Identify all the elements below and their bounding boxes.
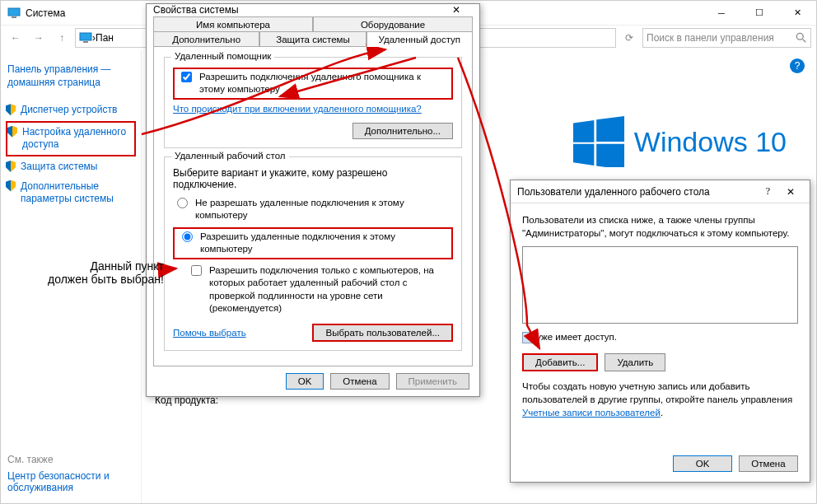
nav-forward[interactable]: → <box>29 28 49 48</box>
dialog-buttons: OK Отмена Применить <box>147 366 479 396</box>
tab-remote[interactable]: Удаленный доступ <box>366 31 473 47</box>
sidebar-remote-settings[interactable]: Настройка удаленного доступа <box>6 121 136 156</box>
system-properties-dialog: Свойства системы ✕ Имя компьютера Оборуд… <box>146 3 480 397</box>
delete-user-button[interactable]: Удалить <box>605 353 665 371</box>
users-list[interactable] <box>522 246 798 324</box>
sidebar-advanced-settings[interactable]: Дополнительные параметры системы <box>6 177 136 209</box>
remote-assist-help-link[interactable]: Что происходит при включении удаленного … <box>173 104 422 114</box>
monitor-icon <box>79 31 92 44</box>
allow-remote-assist-checkbox[interactable] <box>181 72 192 82</box>
search-box[interactable]: Поиск в панели управления <box>642 28 811 48</box>
ok-button[interactable]: OK <box>286 373 324 390</box>
users-help-button[interactable]: ? <box>758 185 778 198</box>
svg-rect-1 <box>12 16 16 18</box>
tab-advanced[interactable]: Дополнительно <box>153 31 259 47</box>
remote-assistance-legend: Удаленный помощник <box>171 51 274 61</box>
maximize-button[interactable]: ☐ <box>740 1 778 26</box>
refresh-button[interactable]: ⟳ <box>619 28 639 48</box>
search-icon <box>796 32 807 44</box>
breadcrumb-text: Пан <box>96 32 114 44</box>
users-cancel-button[interactable]: Отмена <box>739 455 798 472</box>
users-title: Пользователи удаленного рабочего стола <box>517 186 710 198</box>
help-icon[interactable]: ? <box>790 58 805 73</box>
sidebar-system-protection[interactable]: Защита системы <box>6 157 136 177</box>
allow-remote-assist-label: Разрешить подключения удаленного помощни… <box>199 71 448 96</box>
tabs: Имя компьютера Оборудование Дополнительн… <box>147 16 479 46</box>
users-desc: Пользователи из списка ниже, а также чле… <box>522 213 798 240</box>
radio-disallow[interactable] <box>177 198 188 208</box>
dialog-titlebar: Свойства системы ✕ <box>147 4 479 16</box>
tab-hardware[interactable]: Оборудование <box>313 16 473 32</box>
close-button[interactable]: ✕ <box>778 1 816 26</box>
see-also: См. также Центр безопасности и обслужива… <box>7 454 139 493</box>
minimize-button[interactable]: ─ <box>703 1 740 26</box>
dialog-title: Свойства системы <box>153 4 239 16</box>
remote-desktop-legend: Удаленный рабочий стол <box>171 151 289 161</box>
monitor-icon <box>7 7 21 20</box>
has-access-label: уже имеет доступ. <box>536 332 617 342</box>
help-choose-link[interactable]: Помочь выбрать <box>173 328 246 338</box>
users-note: Чтобы создать новую учетную запись или д… <box>522 380 798 419</box>
tab-body: Удаленный помощник Разрешить подключения… <box>153 46 473 366</box>
control-panel-home-link[interactable]: Панель управления — домашняя страница <box>6 60 136 92</box>
cancel-button[interactable]: Отмена <box>330 373 389 390</box>
callout-text: Данный пункт должен быть выбран! <box>48 259 164 286</box>
windows-logo: Windows 10 <box>573 116 787 167</box>
radio-disallow-label: Не разрешать удаленные подключения к это… <box>195 197 453 222</box>
security-center-link[interactable]: Центр безопасности и обслуживания <box>7 470 110 493</box>
remote-assistance-group: Удаленный помощник Разрешить подключения… <box>164 57 462 148</box>
svg-rect-2 <box>80 33 91 40</box>
sidebar-device-manager[interactable]: Диспетчер устройств <box>6 100 136 120</box>
remote-desktop-instruction: Выберите вариант и укажите, кому разреше… <box>173 167 453 190</box>
nla-checkbox[interactable] <box>191 265 202 276</box>
tab-computer-name[interactable]: Имя компьютера <box>153 16 313 32</box>
svg-line-5 <box>803 40 806 43</box>
svg-point-4 <box>796 33 803 40</box>
radio-allow-label: Разрешить удаленные подключения к этому … <box>200 231 448 256</box>
apply-button[interactable]: Применить <box>396 373 469 390</box>
remote-assist-advanced-button[interactable]: Дополнительно... <box>352 123 453 139</box>
users-ok-button[interactable]: OK <box>673 455 732 472</box>
remote-desktop-group: Удаленный рабочий стол Выберите вариант … <box>164 156 462 351</box>
users-titlebar: Пользователи удаленного рабочего стола ?… <box>511 180 810 203</box>
dialog-close-button[interactable]: ✕ <box>440 4 473 16</box>
radio-allow[interactable] <box>182 231 193 242</box>
svg-rect-3 <box>83 41 88 43</box>
nav-back[interactable]: ← <box>6 28 26 48</box>
add-user-button[interactable]: Добавить... <box>522 353 598 371</box>
user-accounts-link[interactable]: Учетные записи пользователей <box>522 408 661 418</box>
nla-label: Разрешить подключения только с компьютер… <box>209 264 453 315</box>
select-users-button[interactable]: Выбрать пользователей... <box>312 324 453 342</box>
rdp-users-dialog: Пользователи удаленного рабочего стола ?… <box>510 180 810 483</box>
svg-rect-0 <box>8 8 20 16</box>
nav-up[interactable]: ↑ <box>52 28 72 48</box>
search-placeholder: Поиск в панели управления <box>647 32 774 44</box>
tab-protection[interactable]: Защита системы <box>259 31 366 47</box>
users-close-button[interactable]: ✕ <box>778 186 803 198</box>
windows-icon <box>573 116 624 167</box>
user-icon <box>522 332 534 343</box>
